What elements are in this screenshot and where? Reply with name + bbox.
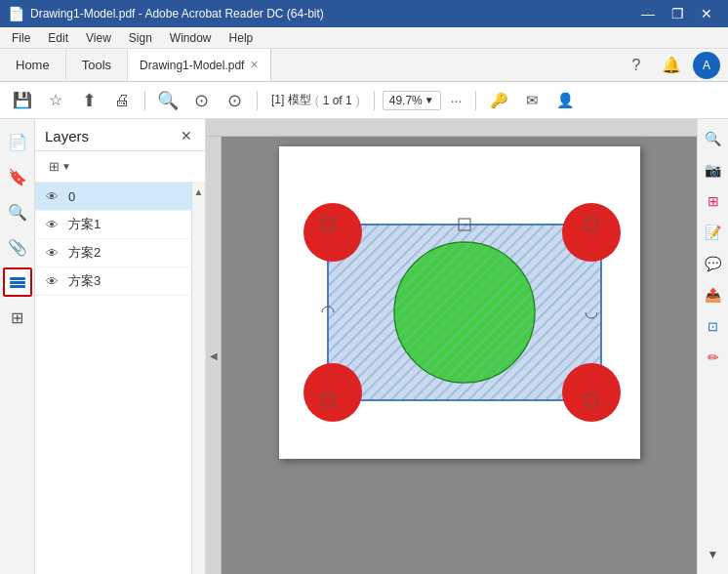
menu-help[interactable]: Help (222, 29, 262, 47)
prev-page-button[interactable]: ⊙ (186, 87, 216, 114)
app-icon: 📄 (8, 6, 24, 21)
title-bar: 📄 Drawing1-Model.pdf - Adobe Acrobat Rea… (0, 0, 728, 27)
maximize-button[interactable]: ❐ (664, 3, 691, 24)
layers-toolbar: ⊞ ▼ (35, 151, 205, 183)
menu-edit[interactable]: Edit (40, 29, 76, 47)
toolbar: 💾 ☆ ⬆ 🖨 🔍 ⊙ ⊙ [1] 模型 ( 1 of 1 ) 49.7% ▼ … (0, 82, 728, 119)
svg-point-9 (303, 203, 362, 262)
pdf-scroll-left[interactable]: ◀ (206, 137, 222, 574)
redact-button[interactable]: 🔑 (484, 87, 513, 114)
layers-dropdown-icon: ▼ (61, 161, 71, 172)
menu-sign[interactable]: Sign (121, 29, 160, 47)
share-button[interactable]: ✉ (517, 87, 546, 114)
left-sidebar: 📄 🔖 🔍 📎 ⊞ (0, 119, 35, 574)
layer-visibility-1[interactable]: 👁 (43, 216, 61, 233)
print-button[interactable]: 🖨 (107, 87, 137, 114)
layers-scroll[interactable]: ▲ (191, 183, 205, 574)
sidebar-layers-icon[interactable] (3, 267, 32, 297)
right-sidebar: 🔍 📷 ⊞ 📝 💬 📤 ⊡ ✏ ▼ (697, 119, 728, 574)
layer-name-3: 方案3 (68, 272, 101, 290)
svg-point-11 (303, 363, 362, 422)
svg-point-12 (562, 363, 621, 422)
more-tools-button[interactable]: ··· (445, 91, 468, 110)
account-button[interactable]: 👤 (550, 87, 580, 114)
tab-home[interactable]: Home (0, 49, 66, 81)
zoom-out-button[interactable]: 🔍 (153, 87, 182, 114)
right-organize-icon[interactable]: ⊞ (700, 187, 727, 215)
sidebar-attachments-icon[interactable]: 📎 (3, 232, 32, 262)
pdf-page (279, 146, 640, 459)
tab-bar: Home Tools Drawing1-Model.pdf ✕ ? 🔔 A (0, 49, 728, 82)
layer-visibility-3[interactable]: 👁 (43, 272, 61, 290)
sync-button[interactable]: ⬆ (74, 87, 103, 114)
layers-panel: Layers ✕ ⊞ ▼ 👁 0 👁 方案1 (35, 119, 206, 574)
layers-options-button[interactable]: ⊞ ▼ (45, 157, 75, 176)
right-scroll-down-icon[interactable]: ▼ (700, 541, 727, 568)
layer-name-2: 方案2 (68, 244, 101, 262)
sidebar-pages-icon[interactable]: 📄 (3, 127, 32, 156)
bookmark-button[interactable]: ☆ (41, 87, 70, 114)
tab-document[interactable]: Drawing1-Model.pdf ✕ (128, 49, 271, 81)
zoom-dropdown-icon[interactable]: ▼ (425, 95, 434, 105)
pdf-area: ◀ (206, 119, 697, 574)
menu-window[interactable]: Window (162, 29, 220, 47)
page-info-label: [1] 模型 ( 1 of 1 ) (265, 92, 366, 108)
tab-close-icon[interactable]: ✕ (250, 59, 259, 71)
menu-view[interactable]: View (78, 29, 119, 47)
zoom-selector[interactable]: 49.7% ▼ (383, 91, 441, 110)
drawing-svg (279, 146, 640, 459)
sidebar-properties-icon[interactable]: ⊞ (3, 303, 32, 332)
menu-bar: File Edit View Sign Window Help (0, 27, 728, 49)
separator-2 (257, 91, 258, 110)
main-content: 📄 🔖 🔍 📎 ⊞ Layers ✕ ⊞ ▼ (0, 119, 728, 574)
svg-rect-1 (10, 281, 25, 284)
layers-close-button[interactable]: ✕ (178, 127, 195, 144)
window-title: Drawing1-Model.pdf - Adobe Acrobat Reade… (30, 7, 324, 20)
right-sign-icon[interactable]: ✏ (700, 344, 727, 371)
svg-rect-2 (10, 285, 25, 288)
svg-point-8 (394, 242, 535, 383)
layer-visibility-0[interactable]: 👁 (43, 187, 61, 205)
sidebar-search-icon[interactable]: 🔍 (3, 197, 32, 226)
right-zoom-icon[interactable]: 🔍 (700, 125, 727, 152)
help-button[interactable]: ? (623, 52, 650, 79)
tab-tools[interactable]: Tools (66, 49, 128, 81)
right-comment-icon[interactable]: 💬 (700, 250, 727, 277)
pdf-page-area (222, 137, 697, 574)
layer-item-3[interactable]: 👁 方案3 (35, 267, 191, 296)
layer-item-2[interactable]: 👁 方案2 (35, 239, 191, 267)
separator-1 (144, 91, 145, 110)
layers-title: Layers (45, 128, 89, 144)
notifications-button[interactable]: 🔔 (658, 52, 685, 79)
right-export-icon[interactable]: 📤 (700, 281, 727, 308)
sidebar-bookmarks-icon[interactable]: 🔖 (3, 162, 32, 191)
right-compress-icon[interactable]: ⊡ (700, 312, 727, 340)
layers-icon-svg (8, 272, 27, 292)
separator-3 (374, 91, 375, 110)
close-button[interactable]: ✕ (693, 3, 720, 24)
layer-name-1: 方案1 (68, 216, 101, 233)
svg-rect-0 (10, 277, 25, 280)
layer-visibility-2[interactable]: 👁 (43, 244, 61, 262)
pdf-scroll-top (206, 119, 697, 137)
minimize-button[interactable]: — (634, 3, 662, 24)
save-button[interactable]: 💾 (8, 87, 37, 114)
right-edit-icon[interactable]: 📝 (700, 219, 727, 246)
layer-item-1[interactable]: 👁 方案1 (35, 211, 191, 239)
menu-file[interactable]: File (4, 29, 38, 47)
next-page-button[interactable]: ⊙ (220, 87, 249, 114)
layers-header: Layers ✕ (35, 119, 205, 151)
layer-item-0[interactable]: 👁 0 (35, 183, 191, 211)
separator-4 (475, 91, 476, 110)
layers-list: 👁 0 👁 方案1 👁 方案2 👁 方案3 (35, 183, 191, 574)
right-scan-icon[interactable]: 📷 (700, 156, 727, 184)
layer-name-0: 0 (68, 189, 75, 204)
user-avatar[interactable]: A (693, 52, 720, 79)
svg-point-10 (562, 203, 621, 262)
